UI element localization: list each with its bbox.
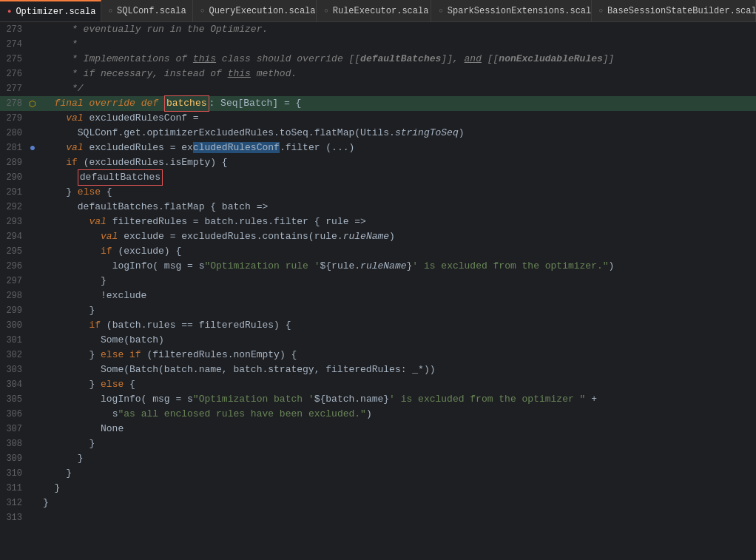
- tab-label-sqlconf: SQLConf.scala: [117, 6, 186, 16]
- line-num-290: 290: [0, 172, 28, 183]
- tab-optimizer[interactable]: ● Optimizer.scala ✕: [0, 0, 101, 21]
- line-291: 291 } else {: [0, 185, 756, 200]
- line-num-294: 294: [0, 232, 28, 242]
- line-296: 296 logInfo( msg = s"Optimization rule '…: [0, 259, 756, 274]
- line-num-301: 301: [0, 335, 28, 345]
- line-num-309: 309: [0, 453, 28, 464]
- line-293: 293 val filteredRules = batch.rules.filt…: [0, 215, 756, 229]
- line-num-276: 276: [0, 69, 28, 79]
- line-297: 297 }: [0, 274, 756, 289]
- line-content-302: } else if (filteredRules.nonEmpty) {: [37, 348, 297, 362]
- line-num-289: 289: [0, 158, 28, 168]
- line-308: 308 }: [0, 436, 756, 451]
- line-num-306: 306: [0, 409, 28, 419]
- line-num-293: 293: [0, 217, 28, 227]
- line-num-291: 291: [0, 187, 28, 198]
- line-312: 312 }: [0, 496, 756, 510]
- line-310: 310 }: [0, 466, 756, 481]
- tab-label-optimizer: Optimizer.scala: [16, 7, 95, 17]
- tab-bar: ● Optimizer.scala ✕ ○ SQLConf.scala ✕ ○ …: [0, 0, 756, 22]
- line-content-303: Some(Batch(batch.name, batch.strategy, f…: [37, 362, 436, 377]
- line-276: 276 * if necessary, instead of this meth…: [0, 67, 756, 81]
- line-num-295: 295: [0, 246, 28, 257]
- editor-area: 273 * eventually run in the Optimizer. 2…: [0, 22, 756, 560]
- line-marker-281: ●: [28, 142, 37, 154]
- tab-icon-basesession: ○: [599, 7, 603, 15]
- line-301: 301 Some(batch): [0, 333, 756, 348]
- line-300: 300 if (batch.rules == filteredRules) {: [0, 318, 756, 333]
- line-content-294: val exclude = excludedRules.contains(rul…: [37, 229, 395, 244]
- line-content-289: if (excludedRules.isEmpty) {: [37, 155, 228, 170]
- line-content-280: SQLConf.get.optimizerExcludedRules.toSeq…: [37, 126, 465, 141]
- line-num-308: 308: [0, 439, 28, 449]
- line-content-278: final override def batches: Seq[Batch] =…: [37, 95, 301, 112]
- line-311: 311 }: [0, 481, 756, 496]
- tab-icon-sparksession: ○: [439, 7, 442, 15]
- line-content-307: None: [37, 422, 124, 436]
- line-num-273: 273: [0, 24, 28, 35]
- line-content-274: *: [37, 37, 78, 52]
- line-num-298: 298: [0, 291, 28, 301]
- line-298: 298 !exclude: [0, 289, 756, 303]
- line-num-292: 292: [0, 202, 28, 212]
- tab-sparksession[interactable]: ○ SparkSessionExtensions.scala ✕: [431, 0, 591, 21]
- line-309: 309 }: [0, 451, 756, 466]
- tab-label-sparksession: SparkSessionExtensions.scala: [448, 6, 597, 16]
- line-content-276: * if necessary, instead of this method.: [37, 67, 297, 81]
- line-num-303: 303: [0, 365, 28, 375]
- line-content-291: } else {: [37, 185, 112, 200]
- line-num-280: 280: [0, 128, 28, 138]
- line-273: 273 * eventually run in the Optimizer.: [0, 22, 756, 37]
- line-num-281: 281: [0, 143, 28, 153]
- line-275: 275 * Implementations of this class shou…: [0, 52, 756, 67]
- line-306: 306 s"as all enclosed rules have been ex…: [0, 407, 756, 422]
- line-294: 294 val exclude = excludedRules.contains…: [0, 229, 756, 244]
- line-content-273: * eventually run in the Optimizer.: [37, 22, 268, 37]
- line-content-306: s"as all enclosed rules have been exclud…: [37, 407, 372, 422]
- line-content-292: defaultBatches.flatMap { batch =>: [37, 200, 268, 215]
- tab-queryexec[interactable]: ○ QueryExecution.scala ✕: [193, 0, 317, 21]
- line-content-281: val excludedRules = excludedRulesConf.fi…: [37, 141, 354, 155]
- line-281: 281 ● val excludedRules = excludedRulesC…: [0, 141, 756, 155]
- line-content-296: logInfo( msg = s"Optimization rule '${ru…: [37, 259, 614, 274]
- line-content-308: }: [37, 436, 95, 451]
- tab-label-ruleexec: RuleExecutor.scala: [333, 6, 429, 16]
- line-num-313: 313: [0, 513, 28, 523]
- tab-label-queryexec: QueryExecution.scala: [209, 6, 316, 16]
- line-marker-278: ⬡: [28, 99, 37, 109]
- line-content-290: defaultBatches: [37, 169, 163, 186]
- line-302: 302 } else if (filteredRules.nonEmpty) {: [0, 348, 756, 362]
- tab-label-basesession: BaseSessionStateBuilder.scala: [607, 6, 756, 16]
- line-num-278: 278: [0, 98, 28, 109]
- line-num-274: 274: [0, 39, 28, 50]
- line-num-277: 277: [0, 84, 28, 94]
- line-307: 307 None: [0, 422, 756, 436]
- tab-basesession[interactable]: ○ BaseSessionStateBuilder.scala ✕: [592, 0, 756, 21]
- line-num-312: 312: [0, 498, 28, 508]
- line-num-302: 302: [0, 350, 28, 360]
- line-num-299: 299: [0, 306, 28, 316]
- line-num-279: 279: [0, 113, 28, 124]
- tab-icon-ruleexec: ○: [324, 7, 328, 15]
- line-content-309: }: [37, 451, 84, 466]
- tab-sqlconf[interactable]: ○ SQLConf.scala ✕: [101, 0, 193, 21]
- line-content-279: val excludedRulesConf =: [37, 111, 199, 126]
- line-num-297: 297: [0, 276, 28, 286]
- line-303: 303 Some(Batch(batch.name, batch.strateg…: [0, 362, 756, 377]
- line-279: 279 val excludedRulesConf =: [0, 111, 756, 126]
- line-content-293: val filteredRules = batch.rules.filter {…: [37, 215, 366, 229]
- line-content-295: if (exclude) {: [37, 244, 181, 259]
- line-content-310: }: [37, 466, 72, 481]
- line-274: 274 *: [0, 37, 756, 52]
- line-292: 292 defaultBatches.flatMap { batch =>: [0, 200, 756, 215]
- line-278: 278 ⬡ final override def batches: Seq[Ba…: [0, 96, 756, 111]
- tab-icon-queryexec: ○: [200, 7, 204, 15]
- line-content-277: */: [37, 81, 84, 96]
- tab-ruleexec[interactable]: ○ RuleExecutor.scala ✕: [317, 0, 431, 21]
- line-304: 304 } else {: [0, 377, 756, 392]
- line-content-299: }: [37, 303, 95, 318]
- line-content-311: }: [37, 481, 60, 496]
- line-num-300: 300: [0, 320, 28, 331]
- line-num-296: 296: [0, 261, 28, 271]
- line-313: 313: [0, 510, 756, 525]
